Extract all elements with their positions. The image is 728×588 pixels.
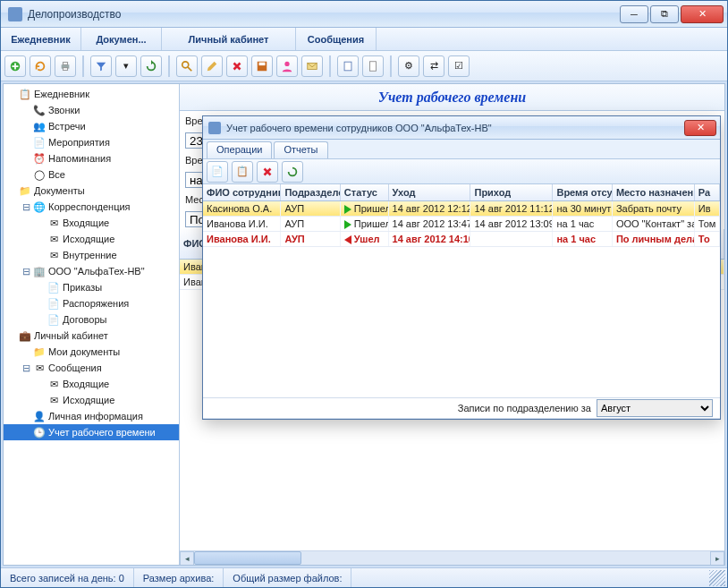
tree-rasp[interactable]: 📄Распоряжения: [4, 295, 179, 311]
tree-contracts[interactable]: 📄Договоры: [4, 311, 179, 328]
tool2-icon[interactable]: ⇄: [423, 55, 444, 77]
tree-inbox[interactable]: ✉Входящие: [4, 215, 179, 231]
scroll-right-button[interactable]: ▸: [710, 551, 724, 565]
reload-icon[interactable]: [140, 55, 162, 77]
tree-calendar[interactable]: 📋Ежедневник: [4, 86, 179, 102]
main-toolbar: ▾ ⚙ ⇄ ☑: [1, 51, 727, 81]
doc-icon[interactable]: [362, 55, 384, 77]
filter-label: Записи по подразделению за: [458, 403, 591, 413]
titlebar: Делопроизводство ─ ⧉ ✕: [1, 1, 727, 28]
tool1-icon[interactable]: ⚙: [398, 55, 419, 77]
book-icon[interactable]: [337, 55, 359, 77]
internal-icon: ✉: [47, 248, 61, 262]
dlg-col-header[interactable]: Место назначения: [613, 184, 695, 200]
arrow-right-icon: [344, 205, 351, 214]
dlg-col-header[interactable]: Время отсутствия: [553, 184, 612, 200]
phone-icon: 📞: [32, 103, 47, 117]
page-title: Учет рабочего времени: [378, 89, 526, 106]
menu-messages[interactable]: Сообщения: [296, 28, 377, 50]
scroll-left-button[interactable]: ◂: [180, 551, 194, 565]
nav-tree[interactable]: 📋Ежедневник 📞Звонки 👥Встречи 📄Мероприяти…: [4, 84, 180, 565]
msgout-icon: ✉: [47, 393, 61, 407]
table-row[interactable]: Иванова И.И.АУПУшел14 авг 2012 14:10на 1…: [203, 232, 720, 247]
close-button[interactable]: ✕: [681, 5, 724, 23]
outbox-icon: ✉: [47, 232, 61, 246]
period-select[interactable]: Август: [597, 399, 713, 417]
tree-internal[interactable]: ✉Внутренние: [4, 247, 179, 263]
refresh-icon[interactable]: [30, 55, 51, 77]
tree-outbox[interactable]: ✉Исходящие: [4, 231, 179, 247]
tree-meetings[interactable]: 👥Встречи: [4, 118, 179, 134]
tree-messages[interactable]: ⊟✉Сообщения: [4, 360, 179, 376]
tree-mydocs[interactable]: 📁Мои документы: [4, 344, 179, 360]
tree-pinfo[interactable]: 👤Личная информация: [4, 408, 179, 424]
dlg-col-header[interactable]: Уход: [389, 184, 471, 200]
tree-documents[interactable]: 📁Документы: [4, 183, 179, 199]
tree-reminders[interactable]: ⏰Напоминания: [4, 150, 179, 166]
table-row[interactable]: Иванова И.И.АУППришел14 авг 2012 13:4714…: [203, 217, 720, 232]
print-icon[interactable]: [55, 55, 76, 77]
dlg-delete-icon[interactable]: [257, 161, 278, 183]
tree-calls[interactable]: 📞Звонки: [4, 102, 179, 118]
timesheet-dialog: Учет рабочего времени сотрудников ООО "А…: [202, 115, 721, 420]
menu-documents[interactable]: Докумен...: [81, 28, 162, 50]
save-icon[interactable]: [251, 55, 273, 77]
menubar: Ежедневник Докумен... Личный кабинет Соо…: [1, 28, 727, 51]
tree-correspondence[interactable]: ⊟🌐Корреспонденция: [4, 199, 179, 215]
dlg-col-header[interactable]: ФИО сотрудника: [203, 184, 281, 200]
maximize-button[interactable]: ⧉: [650, 5, 679, 23]
org-icon: 🏢: [32, 264, 47, 278]
tree-timesheet[interactable]: 🕒Учет рабочего времени: [4, 424, 179, 440]
dlg-col-header[interactable]: Ра: [695, 184, 720, 200]
statusbar: Всего записей на день: 0 Размер архива: …: [1, 567, 727, 587]
table-row[interactable]: Касинова О.А.АУППришел14 авг 2012 12:121…: [203, 201, 720, 217]
search-icon[interactable]: [176, 55, 198, 77]
status-records: Всего записей на день: 0: [1, 568, 134, 587]
dlg-refresh-icon[interactable]: [282, 161, 303, 183]
delete-icon[interactable]: [226, 55, 248, 77]
scroll-thumb[interactable]: [194, 551, 301, 565]
svg-rect-6: [259, 62, 266, 65]
add-icon[interactable]: [4, 55, 26, 77]
tab-operations[interactable]: Операции: [207, 141, 272, 158]
tool3-icon[interactable]: ☑: [448, 55, 470, 77]
user-icon[interactable]: [276, 55, 298, 77]
dlg-col-header[interactable]: Приход: [470, 184, 553, 200]
svg-point-4: [182, 61, 189, 67]
svg-rect-3: [63, 67, 67, 70]
dialog-toolbar: 📄 📋: [203, 159, 720, 184]
menu-cabinet[interactable]: Личный кабинет: [162, 28, 296, 50]
mydocs-icon: 📁: [32, 345, 47, 359]
tree-all[interactable]: ◯Все: [4, 166, 179, 183]
sort-icon[interactable]: ▾: [115, 55, 137, 77]
envelope-icon[interactable]: [301, 55, 323, 77]
horizontal-scrollbar[interactable]: ◂ ▸: [180, 550, 724, 565]
dlg-btn2-icon[interactable]: 📋: [232, 161, 253, 183]
tree-orders[interactable]: 📄Приказы: [4, 279, 179, 295]
contract-icon: 📄: [47, 312, 61, 327]
dlg-col-header[interactable]: Подразделение: [281, 184, 340, 200]
docs-icon: 📁: [18, 183, 32, 198]
event-icon: 📄: [32, 135, 47, 149]
filter-icon[interactable]: [90, 55, 112, 77]
dialog-close-button[interactable]: ✕: [684, 120, 716, 136]
resize-grip[interactable]: [709, 570, 725, 586]
status-archive: Размер архива:: [134, 568, 224, 587]
svg-rect-2: [63, 62, 67, 64]
globe-icon: 🌐: [32, 200, 47, 214]
tree-msg-outbox[interactable]: ✉Исходящие: [4, 392, 179, 408]
menu-calendar[interactable]: Ежедневник: [1, 28, 81, 50]
dialog-grid[interactable]: ФИО сотрудникаПодразделениеСтатусУходПри…: [203, 184, 720, 397]
tree-org[interactable]: ⊟🏢ООО "АльфаТех-НВ": [4, 263, 179, 279]
dlg-btn1-icon[interactable]: 📄: [207, 161, 228, 183]
tab-reports[interactable]: Отчеты: [274, 141, 327, 158]
dialog-icon: [208, 122, 221, 134]
minimize-button[interactable]: ─: [620, 5, 648, 23]
rasp-icon: 📄: [47, 296, 61, 311]
tree-cabinet[interactable]: 💼Личный кабинет: [4, 328, 179, 344]
tree-events[interactable]: 📄Мероприятия: [4, 134, 179, 150]
edit-icon[interactable]: [201, 55, 223, 77]
tree-msg-inbox[interactable]: ✉Входящие: [4, 376, 179, 392]
dlg-col-header[interactable]: Статус: [341, 184, 389, 200]
clock-icon: ⏰: [32, 151, 47, 166]
